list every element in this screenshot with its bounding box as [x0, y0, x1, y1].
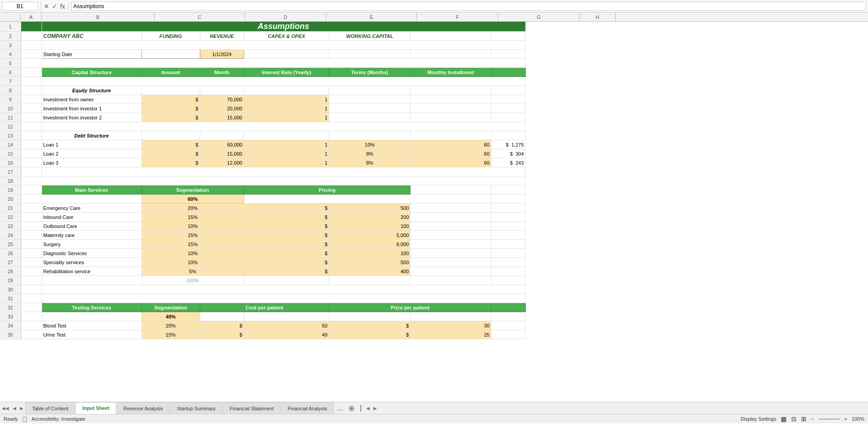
cell-b2-company[interactable]: COMPANY ABC — [42, 32, 142, 41]
tab-financial-statement[interactable]: Financial Statement — [223, 402, 280, 414]
cell-f21-price[interactable]: 500 — [329, 204, 410, 213]
col-header-f[interactable]: F — [417, 13, 498, 21]
cell-e23-dollar[interactable]: $ — [244, 222, 329, 231]
cell-e24-dollar[interactable]: $ — [244, 231, 329, 240]
cell-e16-month[interactable]: 1 — [244, 158, 329, 167]
col-header-g[interactable]: G — [498, 13, 580, 21]
cell-c34-seg[interactable]: 20% — [142, 321, 200, 330]
cell-d15-amount[interactable]: 15,000 — [200, 149, 244, 158]
cell-b22-name[interactable]: Inbound Care — [42, 213, 142, 222]
cell-c14-dollar[interactable]: $ — [142, 140, 200, 149]
cell-f35-dollar2[interactable]: $ — [329, 330, 410, 339]
cell-b15-name[interactable]: Loan 2 — [42, 149, 142, 158]
tab-startup-summary[interactable]: Startup Summary — [170, 402, 222, 414]
cell-c20-60pct[interactable]: 60% — [142, 195, 244, 204]
cell-c28-seg[interactable]: 5% — [142, 267, 244, 276]
cell-f15-rate[interactable]: 8% — [329, 149, 410, 158]
cell-d14-amount[interactable]: 60,000 — [200, 140, 244, 149]
cell-c11-dollar[interactable]: $ — [142, 113, 200, 122]
cell-b25-name[interactable]: Surgery — [42, 240, 142, 249]
cell-e9-month[interactable]: 1 — [244, 95, 329, 104]
view-normal-icon[interactable]: ▦ — [781, 415, 787, 423]
cell-g35-price[interactable]: 25 — [410, 330, 491, 339]
tab-scroll-left[interactable]: ◀ — [364, 406, 372, 411]
cell-g34-price[interactable]: 30 — [410, 321, 491, 330]
tab-scroll-right[interactable]: ▶ — [372, 406, 379, 411]
tab-nav-first[interactable]: ◀◀ — [0, 406, 11, 411]
cell-d16-amount[interactable]: 12,000 — [200, 158, 244, 167]
cell-f27-price[interactable]: 500 — [329, 258, 410, 267]
cell-b28-name[interactable]: Rehabilitation service — [42, 267, 142, 276]
view-page-break-icon[interactable]: ⊞ — [801, 415, 807, 423]
cell-c2-funding[interactable]: FUNDING — [142, 32, 200, 41]
cell-b4-label[interactable]: Starting Date — [42, 50, 142, 59]
cell-c10-dollar[interactable]: $ — [142, 104, 200, 113]
cell-f24-price[interactable]: 5,000 — [329, 231, 410, 240]
tab-financial-analysis[interactable]: Financial Analysis — [281, 402, 334, 414]
cell-e27-dollar[interactable]: $ — [244, 258, 329, 267]
cell-c16-dollar[interactable]: $ — [142, 158, 200, 167]
cell-f26-price[interactable]: 100 — [329, 249, 410, 258]
cell-f14-rate[interactable]: 10% — [329, 140, 410, 149]
cell-d10-amount[interactable]: 20,000 — [200, 104, 244, 113]
tab-input-sheet[interactable]: Input Sheet — [75, 402, 116, 414]
cell-f23-price[interactable]: 100 — [329, 222, 410, 231]
col-header-b[interactable]: B — [42, 13, 155, 21]
cell-c15-dollar[interactable]: $ — [142, 149, 200, 158]
cell-f2-wc[interactable]: WORKING CAPITAL — [329, 32, 410, 41]
cell-d9-amount[interactable]: 70,000 — [200, 95, 244, 104]
cell-b9-name[interactable]: Investment from owner — [42, 95, 142, 104]
confirm-icon[interactable]: ✓ — [52, 3, 57, 10]
col-header-c[interactable]: C — [155, 13, 245, 21]
cell-e14-month[interactable]: 1 — [244, 140, 329, 149]
col-header-d[interactable]: D — [245, 13, 326, 21]
cell-e35-cost[interactable]: 40 — [244, 330, 329, 339]
cell-b26-name[interactable]: Diagnostic Services — [42, 249, 142, 258]
cell-b27-name[interactable]: Speciality services — [42, 258, 142, 267]
accessibility-label[interactable]: Accessibility: Investigate — [32, 416, 85, 422]
cell-reference-box[interactable]: B1 — [2, 2, 38, 11]
zoom-in-button[interactable]: + — [844, 416, 847, 422]
cell-f16-rate[interactable]: 8% — [329, 158, 410, 167]
formula-input[interactable]: Assumptions — [71, 2, 866, 11]
col-header-a[interactable]: A — [21, 13, 42, 21]
cell-c23-seg[interactable]: 10% — [142, 222, 244, 231]
cell-b21-name[interactable]: Emergency Care — [42, 204, 142, 213]
cell-e2-capex[interactable]: CAPEX & OPEX — [244, 32, 329, 41]
cell-g16-terms[interactable]: 60 — [410, 158, 491, 167]
tab-nav-next[interactable]: ▶ — [18, 406, 25, 411]
cell-b16-name[interactable]: Loan 3 — [42, 158, 142, 167]
cell-e28-dollar[interactable]: $ — [244, 267, 329, 276]
cell-c9-dollar[interactable]: $ — [142, 95, 200, 104]
view-page-layout-icon[interactable]: ⊟ — [791, 415, 797, 423]
cell-e10-month[interactable]: 1 — [244, 104, 329, 113]
cell-b23-name[interactable]: Outbound Care — [42, 222, 142, 231]
cell-c24-seg[interactable]: 15% — [142, 231, 244, 240]
col-header-e[interactable]: E — [326, 13, 417, 21]
cell-d4-value[interactable]: 1/1/2024 — [200, 50, 244, 59]
cell-e11-month[interactable]: 1 — [244, 113, 329, 122]
cell-d35-dollar1[interactable]: $ — [200, 330, 244, 339]
col-header-h[interactable]: H — [580, 13, 616, 21]
cell-c25-seg[interactable]: 15% — [142, 240, 244, 249]
cancel-icon[interactable]: ✕ — [44, 3, 49, 10]
cell-e25-dollar[interactable]: $ — [244, 240, 329, 249]
cell-f28-price[interactable]: 400 — [329, 267, 410, 276]
cell-e22-dollar[interactable]: $ — [244, 213, 329, 222]
cell-b10-name[interactable]: Investment from investor 1 — [42, 104, 142, 113]
cell-b1-title[interactable]: Assumptions — [42, 22, 525, 32]
cell-b24-name[interactable]: Maternity care — [42, 231, 142, 240]
cell-f34-dollar2[interactable]: $ — [329, 321, 410, 330]
cell-f25-price[interactable]: 8,000 — [329, 240, 410, 249]
tab-nav-prev[interactable]: ◀ — [11, 406, 18, 411]
tab-revenue-analysis[interactable]: Revenue Analysis — [117, 402, 170, 414]
cell-e15-month[interactable]: 1 — [244, 149, 329, 158]
cell-c22-seg[interactable]: 15% — [142, 213, 244, 222]
display-settings-label[interactable]: Display Settings — [741, 416, 776, 422]
cell-c27-seg[interactable]: 10% — [142, 258, 244, 267]
tab-table-of-content[interactable]: Table of Content — [25, 402, 75, 414]
cell-f22-price[interactable]: 200 — [329, 213, 410, 222]
add-sheet-button[interactable]: ⊕ — [346, 404, 357, 413]
cell-e26-dollar[interactable]: $ — [244, 249, 329, 258]
cell-b11-name[interactable]: Investment from investor 2 — [42, 113, 142, 122]
